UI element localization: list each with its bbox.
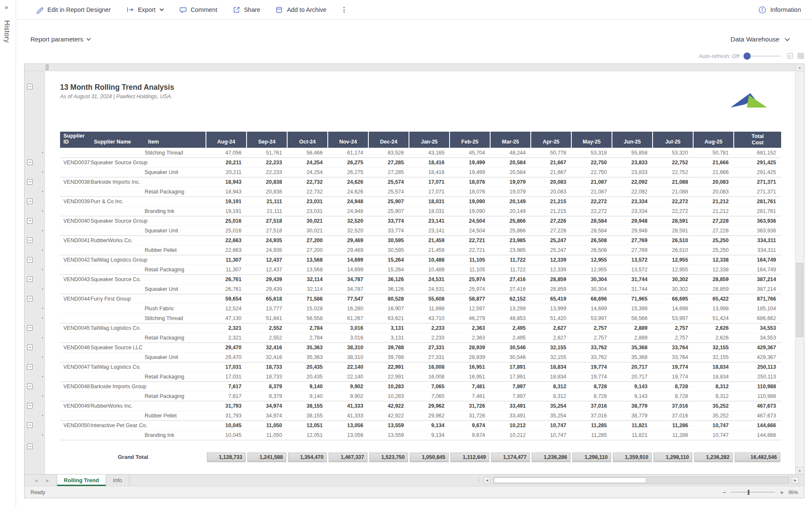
- collapse-group-button[interactable]: −: [27, 160, 33, 165]
- table-grid-icon[interactable]: [797, 52, 804, 59]
- item-cell: [145, 196, 206, 206]
- scrollbar-resize-handle[interactable]: [478, 478, 480, 483]
- open-in-window-icon[interactable]: [787, 52, 793, 59]
- value-cell-oct-24: 24,254: [287, 167, 328, 177]
- value-cell-may-25: 37,016: [571, 401, 612, 411]
- outline-level-dot: [42, 210, 43, 212]
- value-cell-jun-25: 31,744: [612, 274, 653, 284]
- information-button[interactable]: Information: [758, 6, 801, 14]
- scroll-right-button[interactable]: ▶: [792, 477, 799, 484]
- value-cell-jun-25: 23,334: [612, 206, 653, 216]
- value-cell-may-25: 19,774: [571, 362, 612, 372]
- value-cell-jan-25: 24,531: [409, 284, 450, 294]
- chevron-down-icon: [785, 38, 790, 41]
- add-to-archive-button[interactable]: Add to Archive: [275, 6, 326, 14]
- scroll-down-button[interactable]: ▼: [796, 467, 804, 474]
- column-header-jan-25: Jan-25: [409, 132, 450, 148]
- value-cell-sep-24: 27,518: [247, 216, 287, 226]
- outline-level-dot: [42, 434, 43, 436]
- collapse-group-button[interactable]: −: [27, 422, 33, 428]
- rolling-trend-table: Supplier IDSupplier NameItemAug-24Sep-24…: [60, 132, 781, 461]
- supplier-id-cell: VEND0044: [60, 294, 91, 304]
- value-cell-jan-25: 27,331: [409, 352, 450, 362]
- total-cost-cell: 250,113: [734, 362, 781, 372]
- value-cell-apr-25: 18,834: [531, 372, 571, 381]
- value-cell-apr-25: 65,419: [531, 294, 571, 304]
- collapse-group-button[interactable]: −: [27, 237, 33, 243]
- zoom-slider[interactable]: [731, 492, 775, 492]
- vertical-scrollbar-thumb[interactable]: [796, 263, 803, 337]
- comment-button[interactable]: Comment: [179, 6, 217, 14]
- value-cell-dec-24: 10,283: [368, 381, 409, 391]
- export-button[interactable]: Export: [126, 6, 164, 14]
- supplier-row-vend0042: VEND0042TailWag Logistics Group11,30712,…: [60, 255, 781, 265]
- value-cell-apr-25: 13,999: [531, 304, 571, 313]
- value-cell-aug-24: 25,016: [206, 226, 247, 235]
- auto-refresh-toggle[interactable]: [745, 55, 781, 57]
- collapse-group-button[interactable]: −: [27, 257, 33, 262]
- supplier-row-vend0045: VEND0045TailWag Logistics Co.2,3212,5522…: [60, 323, 781, 333]
- value-cell-aug-24: 10,045: [206, 420, 247, 430]
- share-button[interactable]: Share: [233, 6, 261, 14]
- collapse-group-button[interactable]: −: [27, 84, 33, 89]
- value-cell-nov-24: 61,174: [328, 148, 368, 157]
- collapse-group-button[interactable]: −: [27, 199, 33, 204]
- value-cell-aug-25: 27,228: [693, 226, 734, 235]
- auto-refresh-knob[interactable]: [743, 52, 751, 60]
- collapse-group-button[interactable]: −: [27, 218, 33, 224]
- collapse-group-button[interactable]: −: [27, 384, 33, 389]
- value-cell-jan-25: 9,134: [409, 420, 450, 430]
- horizontal-scrollbar-track[interactable]: [493, 477, 789, 484]
- total-cost-cell: 681,152: [734, 148, 781, 157]
- zoom-slider-thumb[interactable]: [748, 490, 749, 495]
- value-cell-aug-24: 31,793: [206, 401, 247, 411]
- tab-info[interactable]: Info: [106, 475, 129, 486]
- column-header-item: Item: [145, 132, 206, 148]
- sheet-nav-prev-icon[interactable]: ◀: [35, 478, 38, 483]
- value-cell-aug-24: 29,470: [206, 342, 247, 352]
- column-header-jul-25: Jul-25: [653, 132, 693, 148]
- collapse-group-button[interactable]: −: [27, 364, 33, 370]
- supplier-name-cell: RubberWorks Inc.: [91, 401, 145, 411]
- scroll-up-button[interactable]: ▲: [796, 64, 804, 71]
- sheet-nav-next-icon[interactable]: ▶: [46, 478, 49, 483]
- outline-level-dot: [42, 269, 43, 270]
- report-parameters-toggle[interactable]: Report parameters: [30, 36, 91, 43]
- sheet-tab-bar: ◀ ▶ Rolling Trend Info ◀ ▶: [25, 474, 804, 486]
- collapse-group-button[interactable]: −: [27, 179, 33, 185]
- item-cell: [145, 401, 206, 411]
- item-cell: Retail Packaging: [145, 333, 206, 342]
- history-panel-label[interactable]: History: [3, 20, 11, 43]
- total-cost-cell: 144,666: [734, 430, 781, 440]
- column-splitter-handle[interactable]: [46, 65, 49, 70]
- vertical-scrollbar[interactable]: ▲ ▼: [795, 64, 804, 474]
- collapse-group-button[interactable]: −: [27, 345, 33, 350]
- tab-rolling-trend[interactable]: Rolling Trend: [57, 475, 106, 486]
- horizontal-scrollbar: ◀ ▶: [478, 475, 799, 486]
- value-cell-oct-24: 22,732: [287, 187, 328, 196]
- supplier-id-cell: VEND0047: [60, 362, 91, 372]
- value-cell-apr-25: 12,339: [531, 255, 571, 265]
- supplier-id-cell: [60, 391, 91, 401]
- zoom-in-button[interactable]: +: [780, 489, 784, 495]
- expand-panel-icon[interactable]: »: [5, 3, 8, 11]
- value-cell-jul-25: 19,774: [653, 362, 693, 372]
- more-options-button[interactable]: [342, 6, 346, 14]
- collapse-group-button[interactable]: −: [27, 276, 33, 282]
- value-cell-dec-24: 33,774: [368, 226, 409, 235]
- value-cell-feb-25: 2,363: [450, 333, 490, 342]
- horizontal-scrollbar-thumb[interactable]: [494, 478, 646, 483]
- scroll-left-button[interactable]: ◀: [483, 477, 491, 484]
- collapse-group-button[interactable]: −: [27, 403, 33, 409]
- collapse-group-button[interactable]: −: [27, 296, 33, 301]
- data-source-selector[interactable]: Data Warehouse: [730, 36, 790, 43]
- value-cell-feb-25: 18,076: [450, 177, 490, 187]
- item-cell: [145, 362, 206, 372]
- collapse-group-button[interactable]: −: [27, 325, 33, 331]
- zoom-out-button[interactable]: −: [722, 489, 726, 495]
- collapse-group-button[interactable]: −: [27, 444, 33, 449]
- grand-total-cell: 1,298,110: [653, 453, 693, 461]
- grand-total-value: 16,482,546: [735, 453, 780, 461]
- edit-in-report-designer-button[interactable]: Edit in Report Designer: [36, 6, 111, 14]
- value-cell-aug-24: 22,663: [206, 245, 247, 255]
